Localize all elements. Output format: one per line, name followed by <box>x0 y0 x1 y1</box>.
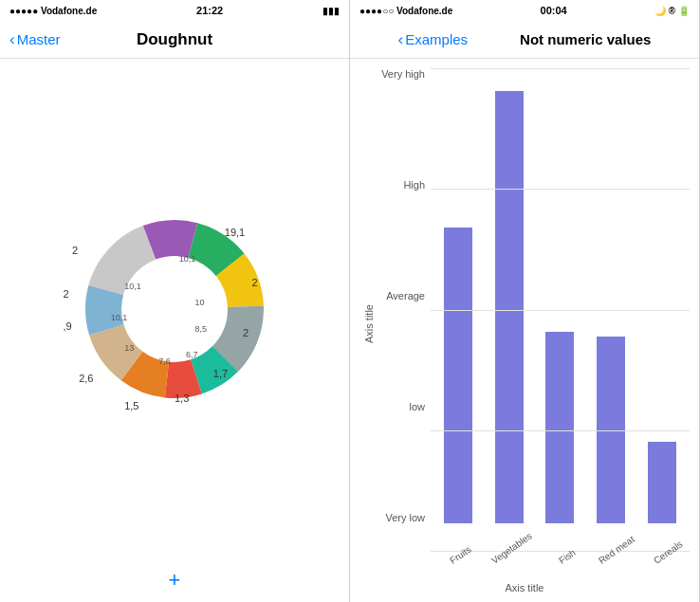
inner-label-101b: 10,1 <box>124 282 141 291</box>
doughnut-svg <box>61 195 288 423</box>
bar-fish-fill <box>545 332 574 523</box>
bars-area <box>431 68 690 552</box>
x-axis-title: Axis title <box>359 580 690 597</box>
x-labels-inner: Fruits Vegetables Fish Red meat Cereals <box>431 552 690 580</box>
doughnut-chart-container: 19,1 2 2 2 ,9 2,6 1,5 1,3 1,7 2 10,1 10,… <box>0 59 349 558</box>
battery-right: 🌙 ® 🔋 <box>654 6 690 16</box>
chevron-icon-right: ‹ <box>398 30 404 49</box>
bar-fish <box>537 68 584 523</box>
label-9: ,9 <box>63 320 71 332</box>
y-label-average: Average <box>386 290 425 301</box>
label-17: 1,7 <box>213 368 228 379</box>
bar-chart-wrapper: Axis title Very high High Average low Ve… <box>359 68 690 580</box>
inner-label-67: 6,7 <box>186 350 198 359</box>
inner-label-85: 8,5 <box>195 324 208 334</box>
back-label-left[interactable]: Master <box>17 31 61 47</box>
status-bar-left: ●●●●● Vodafone.de 21:22 ▮▮▮ <box>0 0 349 21</box>
label-2c: 2 <box>63 288 68 300</box>
battery-left: ▮▮▮ <box>322 6 340 16</box>
nav-bar-left: ‹ Master Doughnut <box>0 21 349 59</box>
left-panel: ●●●●● Vodafone.de 21:22 ▮▮▮ ‹ Master Dou… <box>0 0 350 602</box>
label-19: 19,1 <box>225 227 245 238</box>
inner-label-76: 7,6 <box>158 356 171 366</box>
bar-fruits <box>434 68 482 523</box>
bar-red-meat <box>587 68 635 523</box>
signal-right: ●●●●○○ Vodafone.de <box>359 6 452 16</box>
bar-vegetables <box>486 68 533 523</box>
bar-cereals <box>638 68 686 523</box>
x-label-vegetables: Vegetables <box>482 552 537 580</box>
y-labels-and-bars: Very high High Average low Very low <box>378 68 690 552</box>
chevron-icon-left: ‹ <box>9 30 15 49</box>
bar-chart-inner: Very high High Average low Very low <box>378 68 690 580</box>
time-right: 00:04 <box>541 5 567 16</box>
bar-cereals-fill <box>648 442 676 523</box>
nav-bar-right: ‹ Examples Not numeric values <box>350 21 699 59</box>
x-label-fruits: Fruits <box>431 552 482 580</box>
svg-point-10 <box>122 257 227 361</box>
doughnut-chart: 19,1 2 2 2 ,9 2,6 1,5 1,3 1,7 2 10,1 10,… <box>61 195 288 423</box>
right-panel: ●●●●○○ Vodafone.de 00:04 🌙 ® 🔋 ‹ Example… <box>350 0 700 602</box>
inner-label-101a: 10,1 <box>179 254 196 264</box>
y-label-very-low: Very low <box>385 512 425 523</box>
status-bar-right: ●●●●○○ Vodafone.de 00:04 🌙 ® 🔋 <box>350 0 699 21</box>
signal-left: ●●●●● Vodafone.de <box>9 6 97 16</box>
back-button-right[interactable]: ‹ Examples <box>398 30 469 49</box>
inner-label-13: 13 <box>124 343 134 353</box>
bar-vegetables-fill <box>495 91 524 523</box>
label-15: 1,5 <box>124 400 138 411</box>
y-label-low: low <box>409 401 425 412</box>
time-left: 21:22 <box>196 5 223 16</box>
bar-chart-area: Axis title Very high High Average low Ve… <box>350 59 699 602</box>
y-label-very-high: Very high <box>381 68 425 80</box>
y-axis-title: Axis title <box>359 68 378 580</box>
x-label-cereals: Cereals <box>638 552 690 580</box>
x-label-red-meat: Red meat <box>587 552 638 580</box>
label-2a: 2 <box>252 277 258 288</box>
bars-row <box>431 68 690 523</box>
x-axis-labels: Fruits Vegetables Fish Red meat Cereals <box>378 552 690 580</box>
inner-label-10: 10 <box>195 298 205 307</box>
back-button-left[interactable]: ‹ Master <box>9 30 61 49</box>
y-axis-labels: Very high High Average low Very low <box>378 68 431 552</box>
bar-fruits-fill <box>444 228 472 523</box>
inner-label-101c: 10,1 <box>111 313 128 322</box>
x-label-fish: Fish <box>536 552 587 580</box>
label-13: 1,3 <box>175 392 189 404</box>
label-2d: 2 <box>243 327 249 338</box>
label-26: 2,6 <box>79 373 93 384</box>
label-2b: 2 <box>72 245 78 256</box>
back-label-right[interactable]: Examples <box>405 31 468 47</box>
bar-red-meat-fill <box>597 337 625 523</box>
add-button[interactable]: + <box>0 558 349 602</box>
page-title-left: Doughnut <box>137 30 212 49</box>
y-label-high: High <box>403 179 425 191</box>
page-title-right: Not numeric values <box>520 31 651 47</box>
